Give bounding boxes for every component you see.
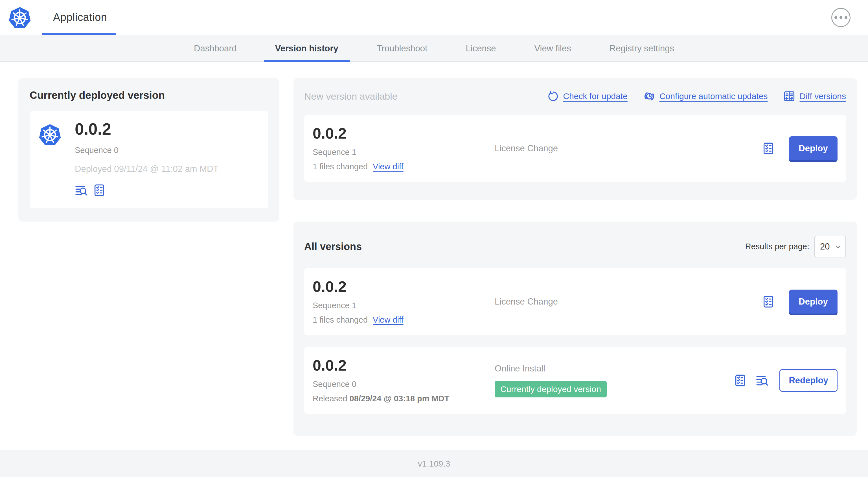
new-version-title: New version available xyxy=(304,91,398,102)
version-actions: Redeploy xyxy=(734,369,838,392)
ellipsis-icon xyxy=(844,16,847,19)
app-title-active-underline xyxy=(42,33,116,35)
released-timestamp: Released 08/29/24 @ 03:18 pm MDT xyxy=(313,394,495,403)
check-for-update-link[interactable]: Check for update xyxy=(547,90,627,102)
view-logs-icon[interactable] xyxy=(75,184,88,197)
ellipsis-icon xyxy=(839,16,842,19)
results-per-page: Results per page: 20 xyxy=(745,236,846,258)
results-per-page-value: 20 xyxy=(820,242,830,252)
version-source-column: License Change xyxy=(495,143,762,153)
files-changed-text: 1 files changed xyxy=(313,315,368,325)
current-deployed-timestamp: Deployed 09/11/24 @ 11:02 am MDT xyxy=(75,164,218,174)
refresh-icon xyxy=(547,90,559,102)
version-info: 0.0.2 Sequence 1 1 files changed View di… xyxy=(313,125,495,171)
console-version: v1.109.3 xyxy=(417,459,450,469)
right-column: New version available Check for update C… xyxy=(293,78,857,436)
redeploy-button[interactable]: Redeploy xyxy=(779,369,838,392)
version-info: 0.0.2 Sequence 0 Released 08/29/24 @ 03:… xyxy=(313,357,495,403)
view-diff-link[interactable]: View diff xyxy=(373,162,404,171)
version-actions: Deploy xyxy=(762,136,838,160)
currently-deployed-card: 0.0.2 Sequence 0 Deployed 09/11/24 @ 11:… xyxy=(30,111,268,208)
tab-version-history[interactable]: Version history xyxy=(256,35,358,62)
all-versions-list: 0.0.2 Sequence 1 1 files changed View di… xyxy=(304,268,846,414)
version-source: License Change xyxy=(495,143,762,153)
tab-dashboard[interactable]: Dashboard xyxy=(175,35,256,62)
version-row: 0.0.2 Sequence 0 Released 08/29/24 @ 03:… xyxy=(304,347,846,414)
version-number: 0.0.2 xyxy=(313,357,495,374)
all-versions-panel: All versions Results per page: 20 0.0.2 xyxy=(293,221,857,436)
version-source-column: License Change xyxy=(495,297,762,307)
tab-view-files[interactable]: View files xyxy=(515,35,590,62)
version-sequence: Sequence 1 xyxy=(313,148,495,157)
current-version-actions xyxy=(75,184,218,197)
released-value: 08/29/24 @ 03:18 pm MDT xyxy=(350,394,450,403)
new-version-panel: New version available Check for update C… xyxy=(293,78,857,200)
version-actions: Deploy xyxy=(762,290,838,314)
nav-tabs: Dashboard Version history Troubleshoot L… xyxy=(0,35,868,62)
current-sequence: Sequence 0 xyxy=(75,146,218,155)
tab-license[interactable]: License xyxy=(447,35,515,62)
more-options-button[interactable] xyxy=(831,8,850,27)
released-label: Released xyxy=(313,394,347,403)
app-page: Application Dashboard Version history Tr… xyxy=(0,0,868,477)
ellipsis-icon xyxy=(834,16,837,19)
version-number: 0.0.2 xyxy=(313,125,495,141)
version-source-column: Online Install Currently deployed versio… xyxy=(495,363,734,397)
app-header: Application xyxy=(0,0,868,35)
diff-icon xyxy=(783,90,795,102)
tab-troubleshoot[interactable]: Troubleshoot xyxy=(358,35,447,62)
app-title-tab[interactable]: Application xyxy=(53,11,107,23)
all-versions-title: All versions xyxy=(304,241,362,252)
files-changed-row: 1 files changed View diff xyxy=(313,315,495,325)
version-source: License Change xyxy=(495,297,762,307)
diff-versions-label: Diff versions xyxy=(799,91,846,101)
check-for-update-label: Check for update xyxy=(563,91,627,101)
chevron-down-icon xyxy=(835,243,841,250)
clock-refresh-icon xyxy=(643,90,655,102)
all-versions-header: All versions Results per page: 20 xyxy=(304,236,846,258)
results-per-page-select[interactable]: 20 xyxy=(814,236,846,258)
version-sequence: Sequence 1 xyxy=(313,301,495,310)
files-changed-text: 1 files changed xyxy=(313,162,368,171)
tab-registry-settings[interactable]: Registry settings xyxy=(590,35,693,62)
view-diff-link[interactable]: View diff xyxy=(373,315,404,325)
version-sequence: Sequence 0 xyxy=(313,380,495,389)
currently-deployed-badge: Currently deployed version xyxy=(495,381,607,397)
main-content: Currently deployed version 0.0.2 Sequenc… xyxy=(0,62,868,450)
app-footer: v1.109.3 xyxy=(0,450,868,477)
preflight-checks-icon[interactable] xyxy=(762,142,775,155)
version-source: Online Install xyxy=(495,363,734,374)
currently-deployed-title: Currently deployed version xyxy=(30,89,268,101)
currently-deployed-info: 0.0.2 Sequence 0 Deployed 09/11/24 @ 11:… xyxy=(75,121,218,197)
new-version-card: 0.0.2 Sequence 1 1 files changed View di… xyxy=(304,115,846,182)
app-logo-kubernetes-icon xyxy=(8,5,32,30)
current-version-number: 0.0.2 xyxy=(75,121,218,138)
preflight-checks-icon[interactable] xyxy=(734,374,747,387)
currently-deployed-panel: Currently deployed version 0.0.2 Sequenc… xyxy=(18,78,279,221)
results-per-page-label: Results per page: xyxy=(745,242,809,251)
update-actions: Check for update Configure automatic upd… xyxy=(547,90,846,102)
new-version-header: New version available Check for update C… xyxy=(304,86,846,107)
diff-versions-link[interactable]: Diff versions xyxy=(783,90,846,102)
version-info: 0.0.2 Sequence 1 1 files changed View di… xyxy=(313,278,495,325)
files-changed-row: 1 files changed View diff xyxy=(313,162,495,171)
deploy-button[interactable]: Deploy xyxy=(789,136,838,160)
version-row: 0.0.2 Sequence 1 1 files changed View di… xyxy=(304,268,846,335)
configure-automatic-updates-label: Configure automatic updates xyxy=(659,91,768,101)
configure-automatic-updates-link[interactable]: Configure automatic updates xyxy=(643,90,768,102)
version-number: 0.0.2 xyxy=(313,278,495,295)
preflight-checks-icon[interactable] xyxy=(93,184,106,197)
preflight-checks-icon[interactable] xyxy=(762,295,775,308)
app-logo-kubernetes-icon xyxy=(38,122,62,147)
view-logs-icon[interactable] xyxy=(756,374,769,387)
deploy-button[interactable]: Deploy xyxy=(789,290,838,314)
